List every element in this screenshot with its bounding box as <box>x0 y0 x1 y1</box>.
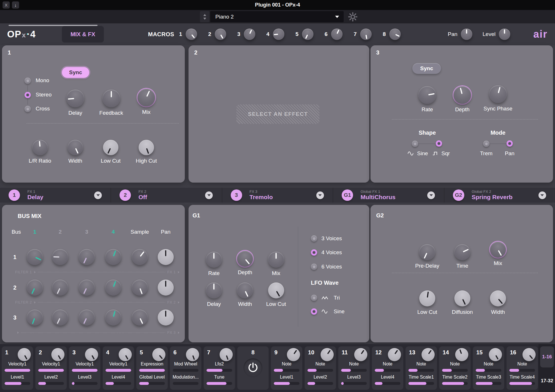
mix-fx-page-button[interactable]: MIX & FX <box>62 26 104 43</box>
macro-knob[interactable] <box>331 29 343 40</box>
fx-tab-2[interactable]: 2 FX 2 Off <box>111 188 222 203</box>
macro-knob[interactable] <box>244 29 255 40</box>
macro-bar[interactable] <box>274 369 299 372</box>
voices-6-radio[interactable] <box>311 264 317 270</box>
voices-4-radio[interactable] <box>311 249 317 256</box>
macro-bar[interactable] <box>375 382 400 385</box>
macro-bar[interactable] <box>72 369 98 372</box>
macro-bar[interactable] <box>307 369 333 372</box>
close-button[interactable]: X <box>3 1 10 9</box>
lr-ratio-knob[interactable] <box>32 140 48 155</box>
rate-knob[interactable] <box>206 252 222 268</box>
level-knob[interactable] <box>499 29 510 40</box>
slot-knob[interactable] <box>152 348 165 361</box>
macro-bar[interactable] <box>442 369 468 372</box>
slot-knob[interactable] <box>422 348 435 361</box>
macro-bar[interactable] <box>442 382 468 385</box>
macro-bar[interactable] <box>173 369 198 372</box>
macro-knob[interactable] <box>389 29 401 40</box>
bus-knob[interactable] <box>79 310 95 326</box>
preset-up-icon[interactable] <box>203 14 206 16</box>
pan-knob[interactable] <box>158 310 174 326</box>
global-fx-tab-2[interactable]: G2 Global FX 2 Spring Reverb <box>444 188 555 203</box>
pre-delay-knob[interactable] <box>419 244 435 260</box>
voices-3-radio[interactable] <box>311 235 317 242</box>
macro-bar[interactable] <box>5 382 30 385</box>
macro-knob[interactable] <box>360 29 372 40</box>
sample-knob[interactable] <box>132 249 148 265</box>
sample-knob[interactable] <box>132 310 148 326</box>
depth-knob[interactable] <box>453 86 471 104</box>
sync-button[interactable]: Sync <box>412 63 441 74</box>
mode-pan-radio[interactable] <box>507 140 513 147</box>
mix-knob[interactable] <box>137 89 155 106</box>
mode-trem-radio[interactable] <box>483 141 489 147</box>
mono-radio[interactable] <box>25 78 31 84</box>
macro-bar[interactable] <box>375 369 400 372</box>
pan-knob[interactable] <box>461 29 472 40</box>
slot-knob[interactable] <box>51 348 64 361</box>
bus1-header[interactable]: 1 <box>33 229 37 235</box>
macro-bar[interactable] <box>408 369 434 372</box>
page-tab-17-32[interactable]: 17-32 <box>540 372 554 390</box>
sync-button[interactable]: Sync <box>62 67 89 78</box>
time-knob[interactable] <box>454 244 470 260</box>
macro-bar[interactable] <box>72 382 98 385</box>
chevron-down-icon[interactable] <box>94 191 102 199</box>
slot-knob[interactable] <box>220 348 233 361</box>
macro-bar[interactable] <box>206 369 232 372</box>
bus4-header[interactable]: 4 <box>112 229 115 235</box>
slot-knob[interactable] <box>18 348 31 361</box>
slot-knob[interactable] <box>388 348 401 361</box>
macro-bar[interactable] <box>139 369 165 372</box>
macro-knob[interactable] <box>273 29 284 40</box>
macro-bar[interactable] <box>38 369 64 372</box>
macro-bar[interactable] <box>106 369 131 372</box>
slot-knob[interactable] <box>522 348 536 361</box>
chevron-down-icon[interactable] <box>427 191 435 199</box>
bus-knob[interactable] <box>52 249 68 265</box>
fx-tab-3[interactable]: 3 FX 3 Tremolo <box>222 188 333 203</box>
bus-knob[interactable] <box>27 280 43 296</box>
rate-knob[interactable] <box>418 86 436 104</box>
macro-bar[interactable] <box>509 382 535 385</box>
chevron-down-icon[interactable] <box>316 191 324 199</box>
global-fx-tab-1[interactable]: G1 Global FX 1 MultiChorus <box>333 188 444 203</box>
macro-bar[interactable] <box>38 382 64 385</box>
macro-bar[interactable] <box>509 369 535 372</box>
preset-select[interactable]: Piano 2 <box>210 11 344 22</box>
slot-knob[interactable] <box>321 348 334 361</box>
bus-knob[interactable] <box>105 310 121 326</box>
slot-knob[interactable] <box>287 348 300 361</box>
stereo-radio[interactable] <box>25 92 31 98</box>
bus-knob[interactable] <box>27 310 43 326</box>
diffusion-knob[interactable] <box>454 290 470 306</box>
delay-knob[interactable] <box>66 90 84 107</box>
pan-knob[interactable] <box>158 249 174 265</box>
mix-knob[interactable] <box>268 252 284 268</box>
macro-bar[interactable] <box>206 382 232 385</box>
page-tab-1-16[interactable]: 1-16 <box>540 346 554 367</box>
high-cut-knob[interactable] <box>139 140 154 155</box>
chevron-down-icon[interactable] <box>538 191 546 199</box>
bus2-header[interactable]: 2 <box>59 229 62 235</box>
bus3-header[interactable]: 3 <box>85 229 88 235</box>
macro-knob[interactable] <box>215 29 226 40</box>
slot-knob[interactable] <box>354 348 367 361</box>
sync-phase-knob[interactable] <box>489 85 507 103</box>
slot-knob[interactable] <box>186 348 199 361</box>
macro-bar[interactable] <box>139 382 165 385</box>
feedback-knob[interactable] <box>102 90 120 107</box>
lfo-sine-radio[interactable] <box>311 308 317 315</box>
macro-bar[interactable] <box>341 382 367 385</box>
sample-knob[interactable] <box>132 280 148 296</box>
macro-bar[interactable] <box>476 369 501 372</box>
depth-knob[interactable] <box>237 251 253 267</box>
slot-knob[interactable] <box>489 348 502 361</box>
cross-radio[interactable] <box>25 106 31 112</box>
fx-tab-1[interactable]: 1 FX 1 Delay <box>0 188 111 203</box>
width-knob[interactable] <box>68 140 83 155</box>
bus-knob[interactable] <box>52 310 68 326</box>
macro-bar[interactable] <box>408 382 434 385</box>
macro-bar[interactable] <box>341 369 367 372</box>
